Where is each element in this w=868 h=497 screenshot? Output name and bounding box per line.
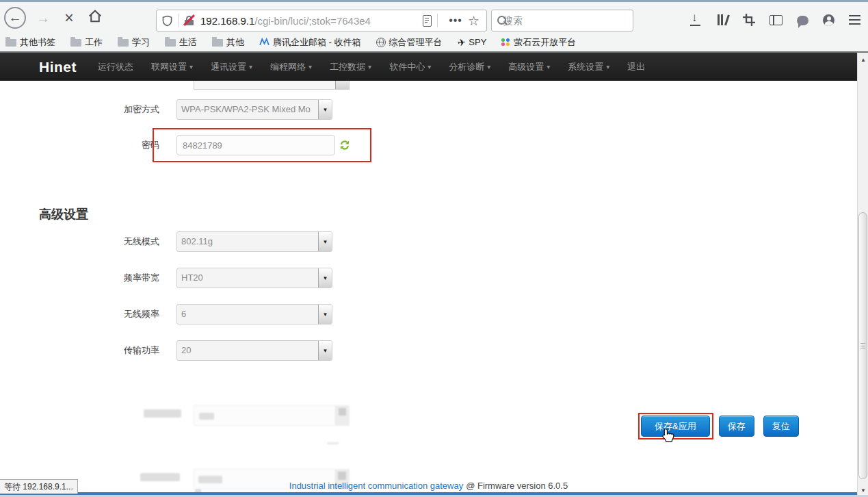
chat-bubble-icon[interactable] — [797, 16, 808, 25]
bookmark-item[interactable]: 工作 — [70, 36, 103, 49]
nav-item-comm-settings[interactable]: 通讯设置 — [211, 61, 252, 73]
wireless-mode-select[interactable]: 802.11g — [176, 231, 332, 252]
shield-icon — [162, 15, 172, 27]
select-value: 802.11g — [177, 232, 318, 251]
download-icon[interactable] — [689, 14, 702, 26]
nav-item-logout[interactable]: 退出 — [627, 61, 645, 73]
screenshot-icon[interactable] — [743, 14, 755, 26]
home-button[interactable] — [86, 10, 104, 26]
save-button[interactable]: 保存 — [719, 416, 754, 437]
account-icon[interactable] — [823, 14, 834, 26]
bookmark-item[interactable]: 学习 — [118, 36, 150, 49]
search-input[interactable] — [503, 15, 627, 26]
page-actions-icon[interactable]: ••• — [449, 14, 462, 27]
select-value: WPA-PSK/WPA2-PSK Mixed Mo — [177, 100, 318, 119]
divider — [437, 14, 438, 27]
nav-item-software-center[interactable]: 软件中心 — [389, 61, 431, 73]
nav-item-status[interactable]: 运行状态 — [98, 61, 133, 73]
field-label: 频率带宽 — [98, 272, 176, 284]
bookmark-item[interactable]: 腾讯企业邮箱 - 收件箱 — [259, 36, 361, 49]
forward-button[interactable]: → — [34, 10, 52, 26]
clipped-select — [194, 81, 350, 90]
nav-item-industrial-data[interactable]: 工控数据 — [330, 61, 371, 73]
scrollbar-down-icon[interactable]: ▼ — [858, 485, 868, 496]
insecure-lock-icon[interactable] — [184, 15, 195, 26]
field-label: 传输功率 — [98, 344, 176, 357]
sidebar-icon[interactable] — [770, 15, 782, 25]
bandwidth-select[interactable]: HT20 — [176, 268, 332, 288]
scrollbar[interactable]: ▲ ▼ — [857, 53, 868, 497]
encryption-select[interactable]: WPA-PSK/WPA2-PSK Mixed Mo — [176, 99, 332, 120]
reader-mode-icon[interactable] — [423, 15, 432, 27]
select-arrow-icon[interactable] — [318, 305, 332, 324]
bookmark-label: 萤石云开放平台 — [514, 36, 576, 49]
library-icon[interactable] — [716, 14, 728, 26]
password-input[interactable] — [176, 135, 335, 155]
select-arrow-icon[interactable] — [318, 100, 332, 119]
site-brand[interactable]: Hinet — [39, 59, 77, 75]
section-title: 高级设置 — [39, 206, 88, 222]
divider — [178, 14, 179, 27]
bookmark-label: 生活 — [179, 36, 197, 49]
channel-select[interactable]: 6 — [176, 304, 332, 324]
nav-item-system-settings[interactable]: 系统设置 — [568, 61, 609, 73]
form-row-channel: 无线频率 6 — [98, 304, 332, 324]
plane-icon: ✈ — [457, 36, 466, 48]
field-label: 无线模式 — [98, 235, 176, 248]
stop-icon: × — [64, 9, 73, 27]
refresh-icon[interactable] — [339, 140, 350, 151]
footer-link[interactable]: Industrial intelligent communication gat… — [289, 481, 463, 491]
folder-icon — [118, 39, 129, 47]
scrollbar-thumb[interactable] — [858, 212, 867, 479]
form-row-encryption: 加密方式 WPA-PSK/WPA2-PSK Mixed Mo — [98, 99, 332, 120]
scrollbar-up-icon[interactable]: ▲ — [858, 54, 868, 65]
field-label: 无线频率 — [98, 308, 176, 320]
nav-item-network-settings[interactable]: 联网设置 — [151, 61, 193, 73]
page-viewport: Hinet 运行状态 联网设置 通讯设置 编程网络 工控数据 软件中心 分析诊断… — [0, 53, 857, 497]
bookmark-star-icon[interactable]: ☆ — [468, 13, 479, 29]
back-icon: ← — [9, 10, 22, 25]
address-bar[interactable]: 192.168.9.1/cgi-bin/luci/;stok=7643e4 ••… — [156, 10, 487, 31]
bookmark-item[interactable]: ✈SPY — [458, 37, 487, 48]
bookmark-label: 综合管理平台 — [389, 36, 443, 49]
save-apply-button[interactable]: 保存&应用 — [641, 416, 710, 437]
tencent-exmail-icon — [259, 38, 269, 47]
scrollbar-grip — [860, 343, 865, 348]
page-content: 加密方式 WPA-PSK/WPA2-PSK Mixed Mo 密码 高 — [0, 81, 857, 497]
browser-toolbar: ← → × 192.168.9.1/cgi-bin/luci/;stok=764… — [0, 2, 868, 33]
select-arrow-icon[interactable] — [318, 232, 332, 251]
form-row-bandwidth: 频率带宽 HT20 — [98, 268, 332, 288]
bookmark-label: 工作 — [85, 36, 103, 49]
form-row-tx-power: 传输功率 20 — [98, 340, 332, 361]
footer-text: @ Firmware version 6.0.5 — [466, 481, 568, 491]
back-button[interactable]: ← — [4, 7, 26, 29]
folder-icon — [70, 39, 81, 47]
url-text: 192.168.9.1/cgi-bin/luci/;stok=7643e4 — [200, 15, 423, 27]
menu-icon[interactable] — [849, 15, 860, 25]
page-footer: Industrial intelligent communication gat… — [0, 481, 857, 491]
folder-icon — [165, 39, 176, 47]
select-value: 6 — [177, 305, 318, 324]
nav-item-advanced-settings[interactable]: 高级设置 — [508, 61, 550, 73]
bookmark-item[interactable]: 综合管理平台 — [376, 36, 443, 49]
bookmark-item[interactable]: 其他书签 — [5, 36, 55, 49]
select-arrow-icon[interactable] — [318, 268, 332, 288]
status-bar: 等待 192.168.9.1... — [0, 479, 78, 494]
bookmark-label: 其他 — [226, 36, 244, 49]
bookmark-label: 腾讯企业邮箱 - 收件箱 — [273, 36, 361, 49]
reset-button[interactable]: 复位 — [763, 416, 799, 437]
bookmark-item[interactable]: 其他 — [212, 36, 244, 49]
bookmark-item[interactable]: 生活 — [165, 36, 197, 49]
stop-button[interactable]: × — [60, 9, 78, 27]
search-icon — [497, 16, 498, 25]
search-bar[interactable] — [491, 10, 633, 31]
bookmark-item[interactable]: 萤石云开放平台 — [501, 36, 576, 49]
forward-icon: → — [36, 10, 50, 25]
globe-icon — [376, 38, 386, 47]
nav-item-programming-network[interactable]: 编程网络 — [270, 61, 312, 73]
nav-item-diagnostics[interactable]: 分析诊断 — [449, 61, 490, 73]
field-label: 加密方式 — [98, 103, 176, 116]
select-arrow-icon[interactable] — [318, 341, 332, 360]
home-icon — [88, 10, 102, 23]
tx-power-select[interactable]: 20 — [176, 340, 332, 361]
